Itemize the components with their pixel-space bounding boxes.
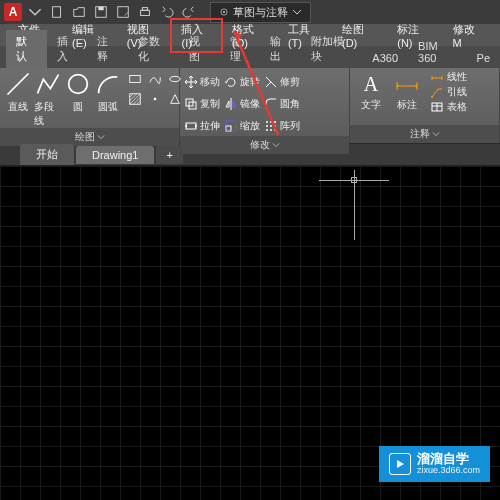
fillet-icon [264,97,278,111]
tab-output[interactable]: 输出 [260,30,301,68]
rotate-icon [224,75,238,89]
scale-icon [224,119,238,133]
svg-point-22 [266,125,268,127]
tab-default[interactable]: 默认 [6,30,47,68]
tab-manage[interactable]: 管理 [220,30,261,68]
chevron-down-icon[interactable] [432,130,440,138]
panel-annotate: A 文字 标注 线性 引线 表格 注释 [350,68,500,143]
tool-scale[interactable]: 缩放 [224,119,260,133]
watermark-brand: 溜溜自学 [417,452,480,466]
svg-rect-3 [118,7,129,18]
tab-addins[interactable]: 附加模块 [301,30,362,68]
mirror-icon [224,97,238,111]
panel-draw-title: 绘图 [75,130,95,144]
svg-point-13 [154,98,157,101]
tool-dimension[interactable]: 标注 [390,70,424,112]
stretch-icon [184,119,198,133]
tool-leader[interactable]: 引线 [430,85,467,99]
trim-icon [264,75,278,89]
svg-rect-10 [130,76,141,83]
ribbon: 直线 多段线 圆 圆弧 绘图 [0,68,500,144]
gear-icon [219,7,229,17]
svg-point-24 [274,125,276,127]
tool-rotate[interactable]: 旋转 [224,75,260,89]
leader-icon [430,85,444,99]
tool-stretch[interactable]: 拉伸 [184,119,220,133]
svg-point-21 [274,121,276,123]
tool-circle[interactable]: 圆 [64,70,92,114]
menu-insert[interactable]: 插入(I) [171,19,222,52]
svg-point-19 [266,121,268,123]
tool-hatch-icon[interactable] [126,90,144,108]
tool-move[interactable]: 移动 [184,75,220,89]
svg-point-11 [170,76,181,81]
tab-pe[interactable]: Pe [467,48,500,68]
chevron-down-icon[interactable] [272,141,280,149]
polyline-icon [34,70,62,98]
svg-point-25 [266,129,268,131]
doctab-drawing1[interactable]: Drawing1 [76,146,154,164]
tool-arc[interactable]: 圆弧 [94,70,122,114]
svg-rect-5 [142,8,147,11]
tool-rectangle-icon[interactable] [126,70,144,88]
copy-icon [184,97,198,111]
chevron-down-icon[interactable] [97,133,105,141]
panel-modify: 移动 旋转 修剪 复制 镜像 圆角 拉伸 缩放 阵列 修改 [180,68,350,143]
doctab-start[interactable]: 开始 [20,144,74,165]
tool-polyline[interactable]: 多段线 [34,70,62,128]
panel-draw: 直线 多段线 圆 圆弧 绘图 [0,68,180,143]
svg-point-28 [431,96,433,98]
move-icon [184,75,198,89]
tool-text[interactable]: A 文字 [354,70,388,112]
svg-point-7 [223,11,225,13]
tab-annotate[interactable]: 注释 [87,30,128,68]
svg-rect-2 [98,7,103,11]
chevron-down-icon [292,7,302,17]
svg-rect-16 [186,123,196,129]
svg-point-9 [69,75,88,94]
tool-line[interactable]: 直线 [4,70,32,114]
svg-rect-4 [141,10,150,15]
tool-table[interactable]: 表格 [430,100,467,114]
arc-icon [94,70,122,98]
linear-icon [430,70,444,84]
dimension-icon [393,70,421,98]
tool-trim[interactable]: 修剪 [264,75,300,89]
tool-fillet[interactable]: 圆角 [264,97,300,111]
svg-point-23 [270,125,272,127]
ribbon-tabs: 默认 插入 注释 参数化 视图 管理 输出 附加模块 A360 BIM 360 … [0,46,500,68]
svg-rect-17 [226,126,231,131]
svg-rect-0 [53,7,61,18]
tool-point-icon[interactable] [146,90,164,108]
watermark: 溜溜自学 zixue.3d66.com [379,446,490,482]
tab-insert[interactable]: 插入 [47,30,88,68]
tool-array[interactable]: 阵列 [264,119,300,133]
svg-point-26 [270,129,272,131]
play-icon [389,453,411,475]
circle-icon [64,70,92,98]
svg-point-20 [270,121,272,123]
array-icon [264,119,278,133]
workspace-label: 草图与注释 [233,5,288,20]
tab-bim360[interactable]: BIM 360 [408,36,466,68]
tool-spline-icon[interactable] [146,70,164,88]
svg-line-8 [8,74,29,95]
tool-mirror[interactable]: 镜像 [224,97,260,111]
doctab-add[interactable]: + [156,146,182,164]
line-icon [4,70,32,98]
tab-a360[interactable]: A360 [362,48,408,68]
tool-copy[interactable]: 复制 [184,97,220,111]
text-icon: A [357,70,385,98]
panel-annotate-title: 注释 [410,127,430,141]
svg-point-27 [274,129,276,131]
watermark-url: zixue.3d66.com [417,466,480,476]
tool-linear[interactable]: 线性 [430,70,467,84]
panel-modify-title: 修改 [250,138,270,152]
table-icon [430,100,444,114]
